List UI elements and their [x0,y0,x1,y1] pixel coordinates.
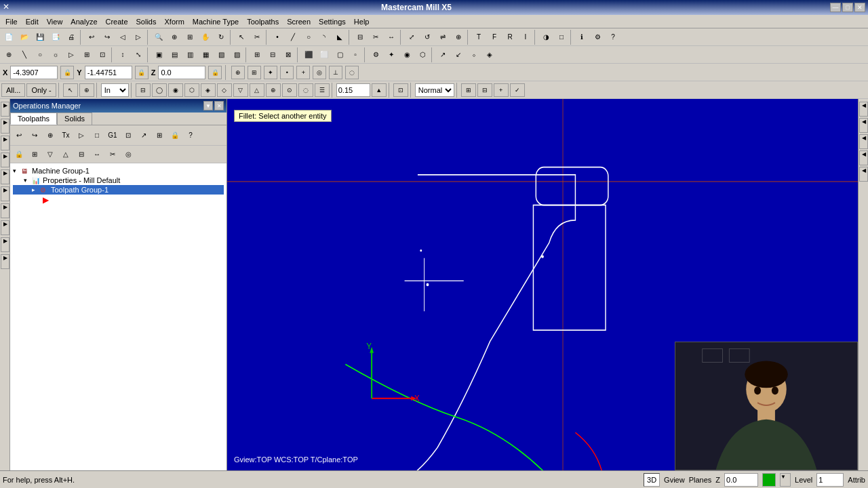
tb2-21[interactable]: ▢ [332,47,347,62]
z-status-input[interactable] [724,473,758,487]
filter-v6[interactable]: ◇ [217,83,232,97]
ops2-2[interactable]: ⊞ [27,147,42,162]
mode-field[interactable]: 3D [644,473,660,487]
zoom-button[interactable]: 🔍 [151,30,166,45]
menu-help[interactable]: Help [350,17,374,26]
tb2-12[interactable]: ▥ [182,47,197,62]
save-as-button[interactable]: 📑 [48,30,63,45]
ops-nc[interactable]: ⊞ [152,128,167,143]
z-input[interactable]: 0.0 [158,66,205,79]
tb2-11[interactable]: ▤ [167,47,182,62]
sidebar-7[interactable]: ▶ [1,203,9,218]
x-input[interactable]: -4.3907 [10,66,58,79]
trim-button[interactable]: ✂ [368,30,383,45]
only-filter-button[interactable]: Only - [26,83,56,97]
menu-view[interactable]: View [43,17,67,26]
sec-v16[interactable]: + [494,83,509,97]
right-4[interactable]: ◀ [859,150,868,165]
tb2-8[interactable]: ↕ [115,47,130,62]
unit-select[interactable]: In Mm [101,83,129,97]
menu-create[interactable]: Create [102,17,132,26]
grid-btn[interactable]: ⊞ [248,66,261,79]
ops-regen-dirty[interactable]: Tx [58,128,73,143]
mirror-button[interactable]: ⇌ [435,30,450,45]
ops-simulate[interactable]: G1 [105,128,120,143]
all-filter-button[interactable]: All... [1,83,25,97]
filter-v5[interactable]: ◈ [201,83,216,97]
ops-select-all[interactable]: ↩ [12,128,26,143]
tb2-29[interactable]: ⬦ [467,47,481,62]
forward-button[interactable]: ▷ [131,30,146,45]
menu-settings[interactable]: Settings [315,17,350,26]
tb2-24[interactable]: ✦ [384,47,399,62]
pts-btn[interactable]: • [280,66,294,79]
translate-button[interactable]: ⤢ [404,30,419,45]
sidebar-9[interactable]: ▶ [1,237,9,252]
filter-v12[interactable]: ☰ [315,83,330,97]
menu-machinetype[interactable]: Machine Type [189,17,243,26]
filter-v1[interactable]: ⊟ [136,83,151,97]
rotate-button[interactable]: ↻ [214,30,229,45]
delete-button[interactable]: ✂ [250,30,264,45]
sidebar-6[interactable]: ▶ [1,186,9,201]
help-btn2[interactable]: ? [606,30,620,45]
filter-v11[interactable]: ◌ [298,83,313,97]
chamfer-button[interactable]: ◣ [332,30,347,45]
analyze-btn[interactable]: ℹ [574,30,589,45]
filter-v3[interactable]: ◉ [168,83,183,97]
ops-close-btn[interactable]: ✕ [214,101,224,110]
ops-post[interactable]: ⊡ [121,128,136,143]
view-front-btn[interactable]: F [487,30,502,45]
tb2-25[interactable]: ◉ [399,47,414,62]
view-iso-btn[interactable]: I [518,30,533,45]
tb2-7[interactable]: ⊡ [95,47,110,62]
point-button[interactable]: • [270,30,285,45]
tb2-17[interactable]: ⊟ [265,47,280,62]
tab-toolpaths[interactable]: Toolpaths [10,113,57,125]
ops-backplot[interactable]: ▷ [74,128,89,143]
tb2-5[interactable]: ▷ [64,47,79,62]
minimize-button[interactable]: — [830,3,841,12]
snap-btn[interactable]: ⊕ [231,66,245,79]
ops-expand-btn[interactable]: ▼ [203,101,213,110]
tb2-28[interactable]: ↙ [451,47,466,62]
view-right-btn[interactable]: R [502,30,517,45]
sidebar-2[interactable]: ▶ [1,119,9,134]
ops-highfeed[interactable]: ↗ [136,128,151,143]
tb2-27[interactable]: ↗ [435,47,450,62]
cursor-icon[interactable]: ↖ [63,83,78,97]
ops-help[interactable]: ? [183,128,198,143]
y-input[interactable]: -1.44751 [85,66,132,79]
tb2-30[interactable]: ◈ [482,47,497,62]
filter-v8[interactable]: △ [250,83,264,97]
z-color-swatch[interactable] [762,473,776,487]
tb2-15[interactable]: ▨ [229,47,244,62]
view-top-btn[interactable]: T [471,30,486,45]
undo-button[interactable]: ↩ [84,30,99,45]
wire-btn[interactable]: □ [554,30,569,45]
select-button[interactable]: ↖ [234,30,249,45]
tree-properties[interactable]: ▾ 📊 Properties - Mill Default [13,176,224,185]
extend-button[interactable]: ↔ [384,30,399,45]
sidebar-3[interactable]: ▶ [1,136,9,150]
right-1[interactable]: ◀ [859,102,868,117]
tb2-6[interactable]: ⊞ [79,47,94,62]
menu-analyze[interactable]: Analyze [66,17,101,26]
menu-solids[interactable]: Solids [132,17,161,26]
sidebar-1[interactable]: ▶ [1,102,9,117]
snap3-btn[interactable]: + [296,66,310,79]
radius-input[interactable] [336,83,370,97]
tb2-20[interactable]: ⬜ [317,47,332,62]
print-button[interactable]: 🖨 [64,30,79,45]
menu-file[interactable]: File [1,17,22,26]
z-lock-btn[interactable]: 🔒 [208,66,222,79]
line-button[interactable]: ╱ [285,30,300,45]
y-lock-btn[interactable]: 🔒 [135,66,149,79]
tree-toolpath-group[interactable]: ▸ ⚙ Toolpath Group-1 [13,185,224,195]
sec-v13[interactable]: ⊡ [393,83,408,97]
tb2-9[interactable]: ⤡ [131,47,146,62]
sec-v15[interactable]: ⊟ [477,83,492,97]
sec-v17[interactable]: ✓ [510,83,525,97]
tb2-22[interactable]: ▫ [348,47,363,62]
tb2-18[interactable]: ⊠ [281,47,296,62]
